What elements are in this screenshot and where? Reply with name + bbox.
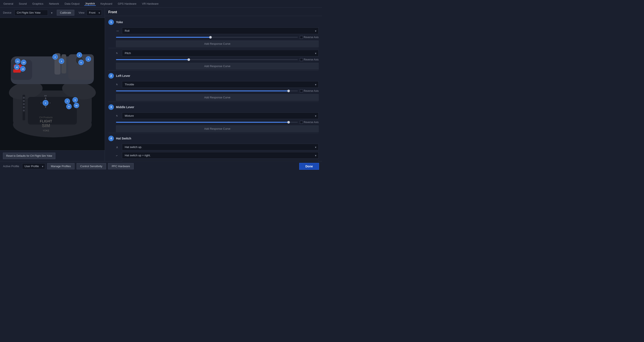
pitch-reverse-checkbox[interactable] [300, 58, 303, 61]
section-middle-lever: 3 Middle Lever ⇅ Mixture [105, 103, 322, 132]
mixture-axis-icon: ⇅ [116, 115, 120, 117]
section-hat-switch-header: 4 Hat Switch [105, 134, 322, 143]
hat-up-icon: ∧ [116, 145, 120, 149]
hat-partial-select[interactable]: Hat switch down (partial) [122, 160, 318, 161]
mixture-add-curve-button[interactable]: Add Response Curve [116, 125, 318, 132]
section-hat-switch: 4 Hat Switch ∧ Hat switch up. ⌐ Ha [105, 134, 322, 161]
section-divider-3 [108, 133, 318, 133]
throttle-slider-thumb[interactable] [287, 90, 290, 92]
roll-slider-track[interactable] [116, 37, 298, 38]
svg-text:CH Products: CH Products [39, 116, 53, 119]
svg-text:∨: ∨ [45, 105, 46, 108]
section-left-lever-header: 2 Left Lever [105, 71, 322, 80]
done-button[interactable]: Done [299, 163, 319, 170]
svg-text:‹: ‹ [41, 101, 42, 104]
section-yoke-num: 1 [108, 19, 114, 25]
svg-text:SIM: SIM [42, 123, 50, 128]
hat-up-right-select-wrap: Hat switch up + right. [122, 152, 318, 159]
section-divider-1 [108, 70, 318, 71]
profile-select-wrap: User Profile [22, 163, 45, 169]
svg-text:3: 3 [61, 60, 62, 62]
section-yoke-header: 1 Yoke [105, 18, 322, 27]
svg-text:5: 5 [80, 62, 82, 64]
nav-vr-hardware[interactable]: VR Hardware [141, 2, 160, 5]
yoke-svg: CH Products FLIGHT SIM YOKE 11 12 13 14 [4, 27, 100, 142]
roll-axis-row: ↔ Roll [105, 27, 322, 35]
yoke-image-container: CH Products FLIGHT SIM YOKE 11 12 13 14 [0, 18, 105, 150]
mixture-slider-row: Reverse Axis [105, 120, 322, 125]
nav-network[interactable]: Network [48, 2, 60, 5]
throttle-slider-track[interactable] [116, 91, 298, 91]
hat-up-right-row: ⌐ Hat switch up + right. [105, 151, 322, 160]
section-hat-switch-num: 4 [108, 136, 114, 141]
roll-axis-select[interactable]: Roll [122, 28, 318, 34]
nav-sound[interactable]: Sound [18, 2, 28, 5]
svg-rect-9 [62, 54, 66, 74]
pitch-slider-row: Reverse Axis [105, 57, 322, 62]
mixture-reverse-text: Reverse Axis [304, 121, 318, 124]
mixture-slider-thumb[interactable] [287, 121, 290, 124]
pitch-slider-fill [116, 59, 189, 60]
control-sensitivity-button[interactable]: Control Sensitivity [76, 163, 106, 169]
hat-up-row: ∧ Hat switch up. [105, 143, 322, 151]
nav-gps-hardware[interactable]: GPS Hardware [117, 2, 137, 5]
pfc-hardware-button[interactable]: PFC Hardware [108, 163, 134, 169]
roll-reverse-checkbox[interactable] [300, 36, 303, 39]
section-divider-2 [108, 102, 318, 102]
mixture-axis-select[interactable]: Mixture [122, 112, 318, 119]
hat-up-right-icon: ⌐ [116, 154, 120, 157]
device-select[interactable]: CH Flight Sim Yoke [14, 10, 48, 16]
device-bar: Device CH Flight Sim Yoke Calibrate View… [0, 8, 105, 18]
throttle-slider-fill [116, 91, 288, 91]
left-panel: Device CH Flight Sim Yoke Calibrate View… [0, 8, 105, 161]
pitch-axis-row: ⇅ Pitch [105, 49, 322, 57]
svg-text:10: 10 [75, 105, 78, 107]
throttle-axis-select[interactable]: Throttle [122, 81, 318, 88]
svg-text:1: 1 [45, 102, 46, 104]
svg-rect-13 [23, 97, 25, 99]
svg-text:FLIGHT: FLIGHT [40, 120, 52, 123]
hat-partial-row: ∨ Hat switch down (partial) [105, 160, 322, 161]
manage-profiles-button[interactable]: Manage Profiles [47, 163, 74, 169]
hat-up-right-select[interactable]: Hat switch up + right. [122, 152, 318, 159]
section-hat-switch-title: Hat Switch [116, 137, 131, 140]
roll-add-curve-button[interactable]: Add Response Curve [116, 41, 318, 47]
pitch-add-curve-button[interactable]: Add Response Curve [116, 63, 318, 69]
reset-button-wrap: Reset to Defaults for CH Flight Sim Yoke [0, 150, 105, 161]
pitch-select-wrap: Pitch [122, 50, 318, 57]
mixture-reverse-checkbox[interactable] [300, 121, 303, 124]
svg-rect-15 [23, 103, 25, 105]
bottom-bar: Active Profile User Profile Manage Profi… [0, 161, 322, 171]
right-panel-header: Front [105, 8, 322, 16]
mixture-slider-track[interactable] [116, 122, 298, 123]
pitch-axis-select[interactable]: Pitch [122, 50, 318, 57]
roll-axis-icon: ↔ [116, 29, 120, 33]
nav-keyboard[interactable]: Keyboard [100, 2, 113, 5]
main-layout: Device CH Flight Sim Yoke Calibrate View… [0, 8, 322, 161]
pitch-slider-track[interactable] [116, 59, 298, 60]
roll-slider-row: Reverse Axis [105, 35, 322, 40]
svg-text:12: 12 [16, 66, 18, 68]
throttle-reverse-checkbox[interactable] [300, 89, 303, 92]
roll-slider-thumb[interactable] [209, 36, 212, 39]
mixture-select-wrap: Mixture [122, 112, 318, 119]
nav-graphics[interactable]: Graphics [32, 2, 44, 5]
svg-text:2: 2 [54, 56, 56, 58]
throttle-add-curve-button[interactable]: Add Response Curve [116, 94, 318, 101]
active-profile-label: Active Profile [3, 165, 19, 168]
profile-select[interactable]: User Profile [22, 163, 45, 169]
nav-general[interactable]: General [2, 2, 14, 5]
hat-up-select[interactable]: Hat switch up. [122, 144, 318, 150]
nav-data-output[interactable]: Data Output [64, 2, 80, 5]
svg-text:7: 7 [66, 100, 68, 102]
pitch-slider-thumb[interactable] [188, 58, 190, 61]
mixture-axis-row: ⇅ Mixture [105, 112, 322, 120]
yoke-area: CH Products FLIGHT SIM YOKE 11 12 13 14 [0, 18, 105, 150]
view-select[interactable]: Front Back Left Right [86, 10, 102, 16]
calibrate-button[interactable]: Calibrate [57, 10, 74, 16]
section-left-lever: 2 Left Lever ⇅ Throttle [105, 71, 322, 101]
right-panel-scroll[interactable]: 1 Yoke ↔ Roll [105, 16, 322, 161]
section-yoke: 1 Yoke ↔ Roll [105, 18, 322, 69]
nav-joystick[interactable]: Joystick [84, 2, 96, 6]
reset-defaults-button[interactable]: Reset to Defaults for CH Flight Sim Yoke [3, 153, 55, 159]
